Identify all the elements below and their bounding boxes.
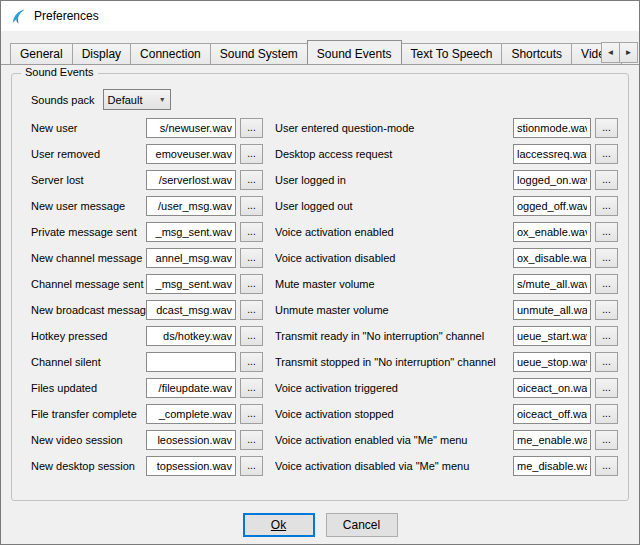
sound-event-row: Channel message sent ... Mute master vol… bbox=[31, 271, 618, 297]
event-label: Private message sent bbox=[31, 226, 146, 238]
event-file-input[interactable] bbox=[146, 222, 236, 242]
event-file-input[interactable] bbox=[513, 326, 591, 346]
browse-button[interactable]: ... bbox=[240, 274, 263, 294]
tab-display[interactable]: Display bbox=[72, 43, 131, 64]
browse-button[interactable]: ... bbox=[240, 404, 263, 424]
event-label: Mute master volume bbox=[275, 278, 513, 290]
event-label: Voice activation disabled bbox=[275, 252, 513, 264]
event-file-input[interactable] bbox=[146, 196, 236, 216]
event-file-input[interactable] bbox=[146, 144, 236, 164]
event-file-input[interactable] bbox=[513, 196, 591, 216]
sound-event-row: Channel silent ... Transmit stopped in "… bbox=[31, 349, 618, 375]
event-file-input[interactable] bbox=[513, 222, 591, 242]
browse-button[interactable]: ... bbox=[595, 300, 618, 320]
tab-sound-system[interactable]: Sound System bbox=[210, 43, 308, 64]
browse-button[interactable]: ... bbox=[240, 430, 263, 450]
sound-event-row: Server lost ... User logged in ... bbox=[31, 167, 618, 193]
sound-event-row: New user ... User entered question-mode … bbox=[31, 115, 618, 141]
ok-button[interactable]: Ok bbox=[243, 513, 315, 537]
cancel-button[interactable]: Cancel bbox=[326, 513, 398, 537]
event-file-input[interactable] bbox=[146, 456, 236, 476]
browse-button[interactable]: ... bbox=[240, 378, 263, 398]
browse-button[interactable]: ... bbox=[240, 196, 263, 216]
dialog-footer: Ok Cancel bbox=[1, 513, 639, 537]
sound-event-row: Hotkey pressed ... Transmit ready in "No… bbox=[31, 323, 618, 349]
event-file-input[interactable] bbox=[146, 326, 236, 346]
browse-button[interactable]: ... bbox=[595, 378, 618, 398]
browse-button[interactable]: ... bbox=[595, 326, 618, 346]
event-file-input[interactable] bbox=[146, 300, 236, 320]
browse-button[interactable]: ... bbox=[595, 274, 618, 294]
event-file-input[interactable] bbox=[146, 404, 236, 424]
browse-button[interactable]: ... bbox=[240, 326, 263, 346]
browse-button[interactable]: ... bbox=[240, 144, 263, 164]
event-file-input[interactable] bbox=[146, 274, 236, 294]
title-bar: Preferences bbox=[1, 1, 639, 31]
event-label: Transmit stopped in "No interruption" ch… bbox=[275, 356, 513, 368]
event-file-input[interactable] bbox=[513, 170, 591, 190]
event-label: Desktop access request bbox=[275, 148, 513, 160]
event-label: New user bbox=[31, 122, 146, 134]
event-file-input[interactable] bbox=[513, 274, 591, 294]
event-file-input[interactable] bbox=[146, 118, 236, 138]
browse-button[interactable]: ... bbox=[595, 196, 618, 216]
event-label: Transmit ready in "No interruption" chan… bbox=[275, 330, 513, 342]
tab-connection[interactable]: Connection bbox=[130, 43, 211, 64]
event-label: Unmute master volume bbox=[275, 304, 513, 316]
sound-events-group: Sound Events Sounds pack Default ▼ New u… bbox=[11, 73, 629, 501]
event-label: Voice activation disabled via "Me" menu bbox=[275, 460, 513, 472]
browse-button[interactable]: ... bbox=[595, 170, 618, 190]
event-label: Voice activation triggered bbox=[275, 382, 513, 394]
browse-button[interactable]: ... bbox=[595, 144, 618, 164]
tab-text-to-speech[interactable]: Text To Speech bbox=[401, 43, 503, 64]
event-file-input[interactable] bbox=[513, 352, 591, 372]
browse-button[interactable]: ... bbox=[595, 248, 618, 268]
browse-button[interactable]: ... bbox=[240, 300, 263, 320]
sounds-pack-select[interactable]: Default ▼ bbox=[103, 89, 171, 110]
tab-scroll-left-icon[interactable]: ◄ bbox=[601, 42, 620, 63]
sound-event-row: File transfer complete ... Voice activat… bbox=[31, 401, 618, 427]
event-file-input[interactable] bbox=[513, 456, 591, 476]
event-label: New desktop session bbox=[31, 460, 146, 472]
event-label: User logged out bbox=[275, 200, 513, 212]
sound-event-row: New channel message ... Voice activation… bbox=[31, 245, 618, 271]
event-label: Voice activation enabled via "Me" menu bbox=[275, 434, 513, 446]
event-label: New video session bbox=[31, 434, 146, 446]
event-file-input[interactable] bbox=[146, 170, 236, 190]
tab-bar: General Display Connection Sound System … bbox=[1, 31, 639, 65]
event-file-input[interactable] bbox=[513, 430, 591, 450]
tab-scroll-right-icon[interactable]: ► bbox=[619, 42, 638, 63]
tab-sound-events[interactable]: Sound Events bbox=[307, 40, 402, 65]
sounds-pack-label: Sounds pack bbox=[31, 94, 95, 106]
browse-button[interactable]: ... bbox=[595, 352, 618, 372]
tab-shortcuts[interactable]: Shortcuts bbox=[501, 43, 572, 64]
sound-event-row: Files updated ... Voice activation trigg… bbox=[31, 375, 618, 401]
browse-button[interactable]: ... bbox=[240, 118, 263, 138]
event-file-input[interactable] bbox=[146, 430, 236, 450]
event-file-input[interactable] bbox=[146, 248, 236, 268]
browse-button[interactable]: ... bbox=[595, 222, 618, 242]
browse-button[interactable]: ... bbox=[240, 352, 263, 372]
sounds-pack-value: Default bbox=[108, 94, 143, 106]
event-file-input[interactable] bbox=[513, 378, 591, 398]
event-file-input[interactable] bbox=[513, 118, 591, 138]
browse-button[interactable]: ... bbox=[240, 222, 263, 242]
browse-button[interactable]: ... bbox=[240, 170, 263, 190]
browse-button[interactable]: ... bbox=[240, 456, 263, 476]
event-file-input[interactable] bbox=[146, 352, 236, 372]
event-file-input[interactable] bbox=[513, 248, 591, 268]
browse-button[interactable]: ... bbox=[595, 430, 618, 450]
tab-general[interactable]: General bbox=[10, 43, 73, 64]
event-file-input[interactable] bbox=[146, 378, 236, 398]
event-file-input[interactable] bbox=[513, 404, 591, 424]
sound-event-row: New user message ... User logged out ... bbox=[31, 193, 618, 219]
app-icon bbox=[10, 8, 27, 25]
browse-button[interactable]: ... bbox=[240, 248, 263, 268]
browse-button[interactable]: ... bbox=[595, 456, 618, 476]
sound-event-row: New desktop session ... Voice activation… bbox=[31, 453, 618, 479]
window-title: Preferences bbox=[34, 9, 99, 23]
event-file-input[interactable] bbox=[513, 144, 591, 164]
browse-button[interactable]: ... bbox=[595, 404, 618, 424]
event-file-input[interactable] bbox=[513, 300, 591, 320]
browse-button[interactable]: ... bbox=[595, 118, 618, 138]
